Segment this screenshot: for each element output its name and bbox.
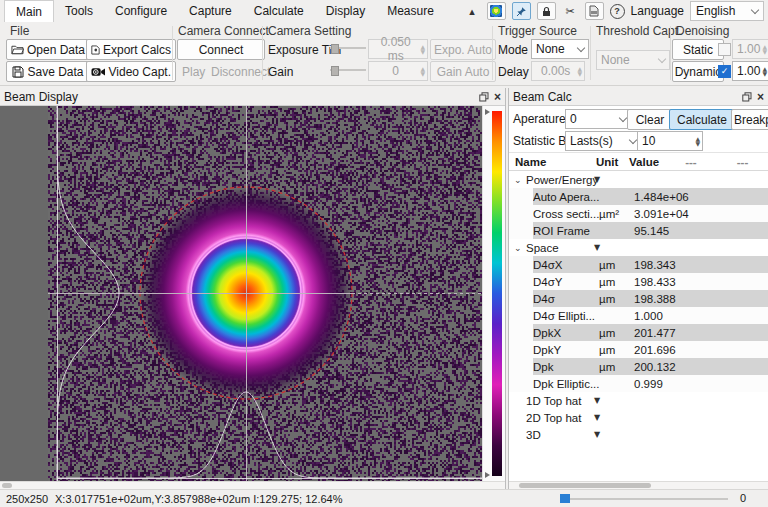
- dynamic-denoise-button[interactable]: Dynamic: [672, 61, 724, 82]
- statistic-by-select[interactable]: Lasts(s): [565, 131, 641, 151]
- colorbar-strip: [482, 106, 505, 481]
- menu-tab-measure[interactable]: Measure: [376, 0, 445, 22]
- table-row[interactable]: ROI Frame95.145: [509, 222, 768, 239]
- menu-tab-display[interactable]: Display: [315, 0, 376, 22]
- caret-down-icon[interactable]: ▼: [594, 175, 600, 184]
- spinner-arrows-icon[interactable]: ▲▼: [420, 66, 425, 76]
- dynamic-checkbox[interactable]: ✓: [718, 65, 731, 78]
- play-button[interactable]: Play: [182, 65, 205, 79]
- table-row[interactable]: D4σYµm198.433: [509, 273, 768, 290]
- menu-tab-capture[interactable]: Capture: [178, 0, 243, 22]
- table-header-cell[interactable]: ---: [685, 156, 737, 168]
- trigger-mode-select[interactable]: None: [531, 39, 589, 59]
- mode-label: Mode: [498, 43, 528, 57]
- beam-image-area[interactable]: [0, 106, 505, 481]
- table-group-space[interactable]: ⌄Space▼: [509, 239, 768, 256]
- table-row[interactable]: D4σ Ellipti...1.000: [509, 307, 768, 324]
- export-report-icon[interactable]: [585, 2, 604, 20]
- static-denoise-button[interactable]: Static: [672, 39, 724, 60]
- save-icon: [12, 66, 24, 78]
- cell-unit: µm²: [599, 208, 634, 220]
- dynamic-spinbox[interactable]: 1.00 ▲▼: [732, 61, 768, 81]
- export-calcs-button[interactable]: Export Calcs: [86, 39, 176, 60]
- clear-button[interactable]: Clear: [627, 109, 673, 130]
- float-panel-icon[interactable]: [742, 92, 752, 102]
- threshold-select[interactable]: None: [596, 50, 670, 70]
- menu-tab-main[interactable]: Main: [4, 0, 54, 23]
- spinner-arrows-icon[interactable]: ▲▼: [762, 44, 767, 54]
- colorbar-marker-top[interactable]: [485, 109, 490, 115]
- group-separator: [262, 26, 263, 80]
- static-spinbox[interactable]: 1.00 ▲▼: [732, 39, 768, 59]
- caret-down-icon[interactable]: ▼: [594, 430, 600, 439]
- exposure-spinbox[interactable]: 0.050 ms ▲▼: [368, 39, 428, 59]
- chevron-down-icon: [629, 135, 637, 143]
- menu-tab-calculate[interactable]: Calculate: [243, 0, 315, 22]
- table-row[interactable]: DpkXµm201.477: [509, 324, 768, 341]
- table-group-2d-top-hat[interactable]: 2D Top hat▼: [509, 409, 768, 426]
- spinner-arrows-icon[interactable]: ▲▼: [577, 66, 582, 76]
- table-header-cell[interactable]: Unit: [596, 156, 629, 168]
- help-icon[interactable]: ?: [610, 4, 625, 19]
- table-group-3d[interactable]: 3D▼: [509, 426, 768, 443]
- video-capture-button[interactable]: Video Capt.: [86, 61, 176, 82]
- slider-handle[interactable]: [331, 44, 339, 54]
- table-header-cell[interactable]: Value: [629, 156, 685, 168]
- caret-down-icon[interactable]: ▼: [594, 413, 600, 422]
- slider-handle[interactable]: [331, 66, 339, 76]
- spinner-arrows-icon[interactable]: ▲▼: [695, 136, 700, 146]
- calculate-button[interactable]: Calculate: [669, 109, 735, 130]
- static-checkbox[interactable]: [718, 43, 731, 56]
- table-row[interactable]: Auto Apera...1.484e+06: [509, 188, 768, 205]
- scissors-icon[interactable]: ✂: [562, 3, 579, 19]
- menu-tab-configure[interactable]: Configure: [104, 0, 178, 22]
- expo-auto-button[interactable]: Expo. Auto: [430, 39, 496, 60]
- language-select[interactable]: English: [690, 1, 764, 21]
- cell-value: 0.999: [634, 378, 714, 390]
- slider-thumb[interactable]: [560, 494, 570, 503]
- cell-unit: µm: [599, 361, 634, 373]
- table-row[interactable]: Cross secti...µm²3.091e+04: [509, 205, 768, 222]
- colorbar-marker-bottom[interactable]: [485, 472, 490, 478]
- pin-icon[interactable]: [512, 2, 531, 20]
- connect-button[interactable]: Connect: [177, 39, 265, 60]
- table-row-cells: Dpkµm200.132: [533, 358, 768, 375]
- beam-image-canvas[interactable]: [48, 106, 483, 481]
- spinner-arrows-icon[interactable]: ▲▼: [420, 44, 425, 54]
- table-row[interactable]: D4σXµm198.343: [509, 256, 768, 273]
- chevron-down-icon: [619, 113, 627, 121]
- close-panel-icon[interactable]: ×: [757, 91, 764, 103]
- spinner-arrows-icon[interactable]: ▲▼: [762, 66, 767, 76]
- table-header-cell[interactable]: Name: [515, 156, 596, 168]
- table-row[interactable]: Dpkµm200.132: [509, 358, 768, 375]
- caret-down-icon[interactable]: ▼: [594, 243, 600, 252]
- menu-tab-tools[interactable]: Tools: [54, 0, 104, 22]
- gain-slider[interactable]: [330, 64, 366, 76]
- table-row[interactable]: DpkYµm201.696: [509, 341, 768, 358]
- delay-spinbox[interactable]: 0.00s ▲▼: [531, 61, 585, 81]
- float-panel-icon[interactable]: [479, 92, 489, 102]
- table-group-power-energy[interactable]: ⌄Power/Energy▼: [509, 171, 768, 188]
- group-label: 1D Top hat: [526, 395, 594, 407]
- gain-auto-label: Gain Auto: [437, 65, 490, 79]
- open-data-button[interactable]: Open Data: [6, 39, 90, 60]
- aperture-select[interactable]: 0: [565, 109, 631, 129]
- breakpoint-button[interactable]: Breakpoint: [731, 109, 768, 130]
- scroll-thumb[interactable]: [519, 483, 651, 488]
- table-row[interactable]: Dpk Elliptic...0.999: [509, 375, 768, 392]
- gain-spinbox[interactable]: 0 ▲▼: [368, 61, 428, 81]
- beam-view-icon[interactable]: [487, 2, 506, 20]
- save-data-button[interactable]: Save Data: [6, 61, 90, 82]
- table-row[interactable]: D4σµm198.388: [509, 290, 768, 307]
- scroll-thumb[interactable]: [2, 483, 12, 488]
- collapse-ribbon-icon[interactable]: ▴: [464, 3, 481, 19]
- statistic-count-spinbox[interactable]: 10 ▲▼: [637, 131, 703, 151]
- gain-auto-button[interactable]: Gain Auto: [430, 61, 496, 82]
- exposure-slider[interactable]: [330, 42, 366, 54]
- table-group-1d-top-hat[interactable]: 1D Top hat▼: [509, 392, 768, 409]
- caret-down-icon[interactable]: ▼: [594, 396, 600, 405]
- lock-icon[interactable]: [537, 2, 556, 20]
- table-header-cell[interactable]: ---: [737, 156, 768, 168]
- frame-slider[interactable]: [560, 492, 728, 505]
- close-panel-icon[interactable]: ×: [494, 91, 501, 103]
